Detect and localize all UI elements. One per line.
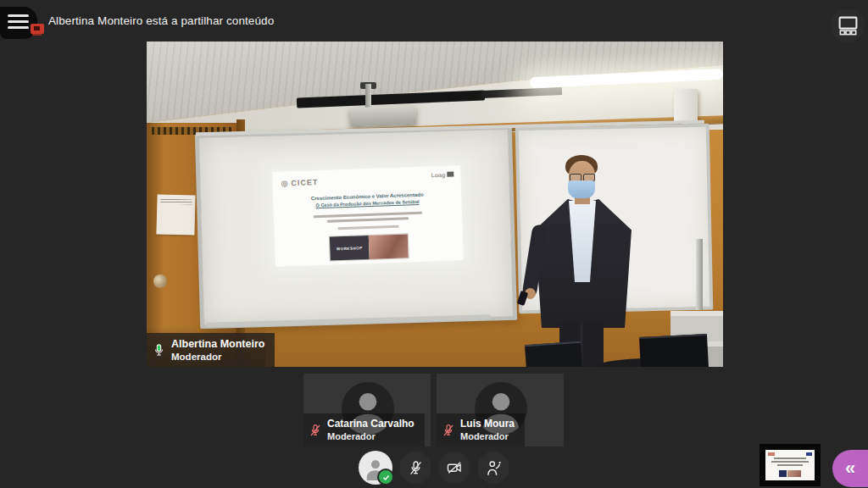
door-knob	[153, 274, 167, 288]
workshop-label: WORKSHOP	[330, 236, 370, 261]
cicet-logo: CICET	[281, 178, 318, 188]
mini-text-line	[774, 458, 806, 459]
participant-role: Moderador	[327, 430, 415, 442]
microphone-muted-icon	[309, 424, 322, 437]
user-status-button[interactable]	[359, 451, 392, 485]
participant-name: Luis Moura	[460, 418, 515, 430]
name-role-block: Luis Moura Moderador	[460, 418, 515, 442]
participant-name-tag: Albertina Monteiro Moderador	[147, 333, 275, 367]
layout-options-icon	[837, 15, 859, 36]
presentation-slide-thumbnail	[765, 450, 815, 480]
projector	[350, 106, 417, 127]
participant-name-tag: Luis Moura Moderador	[437, 413, 525, 446]
hamburger-icon	[8, 20, 29, 23]
presenter-glasses	[569, 174, 595, 180]
slide-affiliation-line	[337, 225, 398, 230]
desk-monitor	[525, 341, 582, 367]
video-tile-catarina[interactable]: Catarina Carvalho Moderador	[303, 374, 431, 446]
hamburger-icon	[8, 14, 29, 17]
top-bar: Albertina Monteiro está a partilhar cont…	[0, 0, 868, 41]
projector-arm	[365, 84, 371, 109]
participant-name-tag: Catarina Carvalho Moderador	[303, 413, 425, 446]
microphone-muted-icon	[442, 424, 455, 437]
sharing-status-text: Albertina Monteiro está a partilhar cont…	[48, 14, 274, 27]
participant-role: Moderador	[460, 430, 515, 442]
presentation-thumbnail[interactable]	[760, 444, 821, 486]
mini-text-line	[777, 464, 803, 466]
mini-eu-flag	[806, 452, 812, 456]
screenshare-recording-icon	[31, 24, 44, 34]
workshop-image	[369, 234, 409, 259]
slide-author-line	[327, 217, 409, 222]
webcam-muted-icon	[446, 459, 463, 476]
name-role-block: Albertina Monteiro Moderador	[171, 338, 264, 363]
check-icon	[382, 474, 390, 481]
mini-logo	[768, 452, 775, 456]
slide-workshop-banner: WORKSHOP	[329, 233, 409, 261]
mini-image	[787, 470, 801, 477]
participant-role: Moderador	[171, 351, 264, 363]
presenter-face-mask	[568, 180, 595, 198]
projected-slide: CICET Loag Crescimento Económico e Valor…	[272, 165, 464, 267]
mini-text-line	[771, 461, 809, 463]
webcam-toggle-button[interactable]	[438, 452, 470, 484]
participant-name: Catarina Carvalho	[327, 418, 415, 430]
microphone-muted-icon	[408, 460, 424, 476]
action-bar	[359, 451, 509, 485]
wall-rail-bracket	[696, 239, 703, 310]
name-role-block: Catarina Carvalho Moderador	[327, 418, 415, 442]
video-tile-luis[interactable]: Luis Moura Moderador	[437, 374, 564, 446]
loag-logo: Loag	[431, 171, 454, 178]
desk-monitor	[639, 334, 709, 367]
connected-check-badge	[377, 469, 394, 485]
double-chevron-left-icon: «	[845, 459, 859, 478]
microphone-active-icon	[152, 343, 166, 358]
paper-notice	[156, 194, 195, 235]
restore-presentation-button[interactable]: «	[832, 450, 868, 487]
layout-options-button[interactable]	[831, 8, 865, 42]
wall-speaker	[674, 89, 698, 123]
mute-toggle-button[interactable]	[399, 452, 431, 484]
raise-hand-button[interactable]	[477, 452, 509, 484]
main-video-tile[interactable]: CICET Loag Crescimento Económico e Valor…	[147, 42, 723, 367]
participant-name: Albertina Monteiro	[171, 338, 264, 351]
hamburger-icon	[8, 26, 29, 29]
mini-image	[779, 470, 787, 477]
raise-hand-icon	[485, 459, 503, 477]
